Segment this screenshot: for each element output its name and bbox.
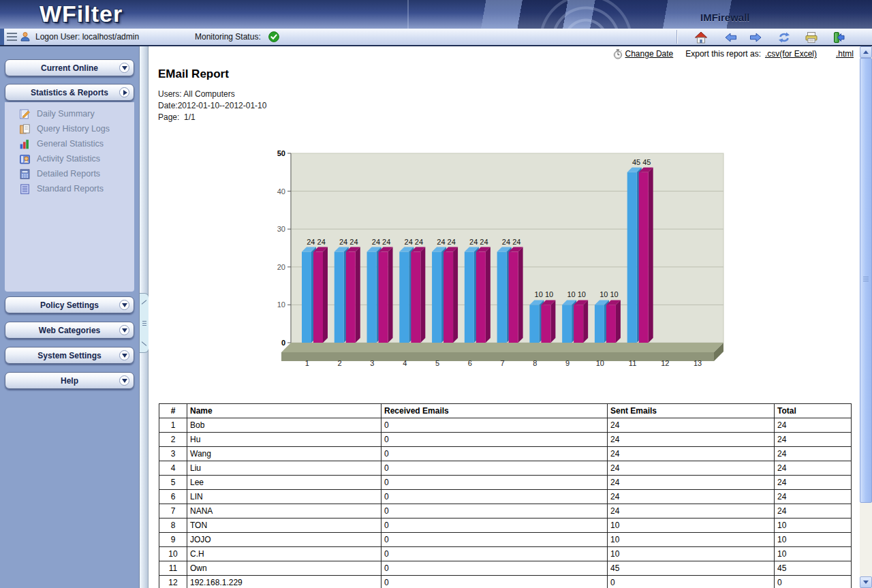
- sidebar-item-daily-summary[interactable]: Daily Summary: [19, 107, 139, 121]
- bar-pair: 24 24: [367, 238, 393, 343]
- table-cell: 0: [382, 418, 608, 433]
- table-cell: JOJO: [187, 533, 382, 547]
- bar-side: [616, 300, 621, 343]
- table-cell: Own: [187, 561, 382, 576]
- y-tick-label: 40: [277, 187, 285, 196]
- sidebar-item-label: Query History Logs: [37, 124, 110, 134]
- table-cell: 0: [382, 561, 608, 576]
- sidebar-item-activity-statistics[interactable]: Activity Statistics: [19, 152, 139, 166]
- x-tick-label: 12: [661, 359, 669, 367]
- bar-front: [639, 172, 649, 343]
- table-cell: 24: [608, 476, 775, 490]
- table-cell: Wang: [187, 447, 382, 461]
- chevron-down-icon: [119, 375, 129, 386]
- bar-front: [334, 252, 344, 343]
- bar-side: [518, 247, 523, 343]
- banner-photo-decoration: [422, 0, 872, 29]
- bar-side: [453, 247, 458, 343]
- back-icon[interactable]: [722, 30, 740, 44]
- bar-front: [379, 252, 388, 343]
- sidebar-section-current-online[interactable]: Current Online: [5, 59, 134, 76]
- sidebar-section-web-categories[interactable]: Web Categories: [5, 322, 134, 339]
- calculator-icon: [19, 168, 31, 180]
- export-html-link[interactable]: .html: [836, 49, 854, 59]
- bar-front: [497, 252, 507, 343]
- chevron-right-icon: [119, 87, 129, 97]
- table-row: 4Liu02424: [159, 461, 852, 476]
- section-label: Help: [61, 376, 78, 386]
- scroll-down-button[interactable]: [860, 576, 872, 588]
- y-tick-label: 50: [277, 149, 285, 157]
- bar-front: [627, 172, 637, 343]
- bar-value-label: 10 10: [567, 290, 586, 298]
- bar-value-label: 24 24: [502, 238, 521, 246]
- sidebar-section-policy-settings[interactable]: Policy Settings: [5, 296, 134, 313]
- table-cell: 24: [775, 490, 852, 504]
- sidebar-item-general-statistics[interactable]: General Statistics: [19, 137, 139, 151]
- bar-value-label: 24 24: [307, 238, 326, 246]
- scroll-up-button[interactable]: [860, 46, 872, 58]
- bar-front: [313, 252, 323, 343]
- floor-front: [281, 352, 714, 361]
- sidebar-collapse-handle[interactable]: [140, 293, 149, 353]
- refresh-icon[interactable]: [775, 30, 793, 44]
- forward-icon[interactable]: [747, 30, 764, 44]
- table-cell: 10: [775, 519, 852, 533]
- table-header-cell: Received Emails: [382, 404, 608, 418]
- bar-front: [574, 305, 583, 343]
- x-tick-label: 5: [435, 359, 439, 367]
- report-users-line: Users: All Computers: [158, 89, 235, 99]
- table-header-cell: Name: [187, 404, 382, 418]
- print-icon[interactable]: [803, 30, 820, 44]
- sidebar-item-detailed-reports[interactable]: Detailed Reports: [19, 167, 139, 181]
- table-cell: 24: [775, 476, 852, 490]
- table-row: 5Lee02424: [159, 476, 852, 490]
- table-row: 8TON01010: [159, 519, 852, 533]
- table-header-cell: #: [159, 404, 187, 418]
- table-cell: 0: [382, 547, 608, 561]
- x-tick-label: 1: [305, 359, 309, 367]
- scrollbar-thumb[interactable]: [860, 58, 872, 503]
- sidebar-section-system-settings[interactable]: System Settings: [5, 347, 134, 364]
- sidebar-item-query-history-logs[interactable]: Query History Logs: [19, 122, 139, 136]
- user-icon: [20, 31, 31, 42]
- section-label: Web Categories: [39, 326, 100, 335]
- table-row: 1Bob02424: [159, 418, 852, 433]
- table-cell: Liu: [187, 461, 382, 476]
- sidebar-section-help[interactable]: Help: [5, 372, 134, 389]
- table-row: 6LIN02424: [159, 490, 852, 504]
- table-cell: 0: [382, 476, 608, 490]
- table-row: 11Own04545: [159, 561, 852, 576]
- bar-value-label: 10 10: [535, 290, 554, 298]
- bar-front: [443, 252, 453, 343]
- bar-pair: 24 24: [302, 238, 328, 343]
- table-row: 7NANA02424: [159, 504, 852, 519]
- brand-name: IMFirewall: [700, 12, 750, 23]
- home-icon[interactable]: [692, 30, 710, 44]
- table-cell: 10: [159, 547, 187, 561]
- table-cell: 24: [608, 447, 775, 461]
- sidebar-section-statistics-reports[interactable]: Statistics & Reports: [5, 84, 134, 101]
- report-table: #NameReceived EmailsSent EmailsTotal 1Bo…: [159, 403, 852, 588]
- table-row: 10C.H01010: [159, 547, 852, 561]
- x-tick-label: 10: [596, 359, 604, 367]
- bar-value-label: 24 24: [339, 238, 358, 246]
- exit-icon[interactable]: [830, 30, 847, 44]
- table-cell: 0: [382, 461, 608, 476]
- export-csv-link[interactable]: .csv(for Excel): [765, 49, 817, 59]
- change-date-link[interactable]: Change Date: [625, 49, 674, 59]
- table-row: 12192.168.1.229000: [159, 576, 852, 588]
- handle-decoration: [142, 300, 147, 305]
- table-header-cell: Sent Emails: [608, 404, 775, 418]
- export-label: Export this report as:: [685, 49, 761, 59]
- x-tick-label: 13: [694, 359, 702, 367]
- bar-value-label: 24 24: [437, 238, 456, 246]
- sidebar-item-standard-reports[interactable]: Standard Reports: [19, 182, 139, 196]
- table-row: 2Hu02424: [159, 433, 852, 447]
- menu-icon[interactable]: [7, 33, 17, 41]
- table-cell: TON: [187, 519, 382, 533]
- bar-pair: 24 24: [334, 238, 360, 343]
- table-row: 9JOJO01010: [159, 533, 852, 547]
- vertical-scrollbar[interactable]: [860, 46, 872, 588]
- logon-user-label: Logon User: localhost/admin: [35, 32, 139, 42]
